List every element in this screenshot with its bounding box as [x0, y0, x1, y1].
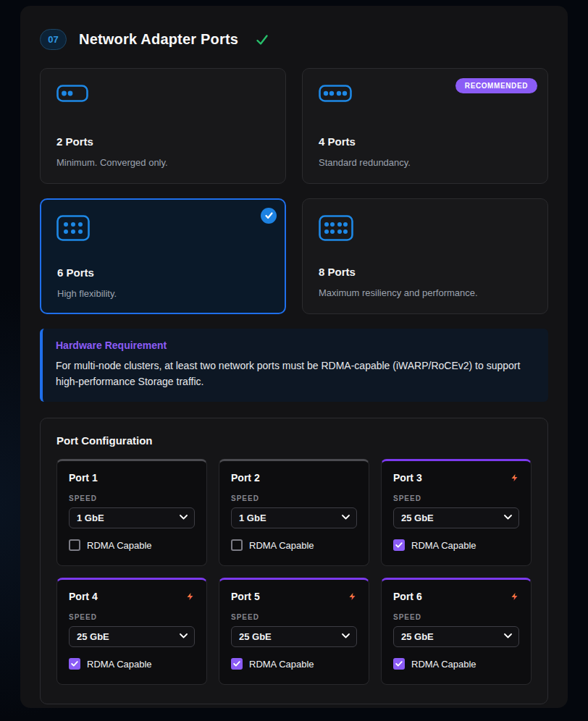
- network-adapter-ports-page: { "header": { "step_number": "07", "titl…: [0, 0, 588, 721]
- step-header: 07 Network Adapter Ports: [40, 29, 548, 50]
- port-3-rdma-checkbox[interactable]: [393, 539, 405, 551]
- port-configuration-grid: Port 1 SPEED 1 GbE RDMA Capable: [56, 459, 532, 685]
- hardware-requirement-title: Hardware Requirement: [56, 340, 535, 351]
- port-card-4: Port 4 SPEED 25 GbE RDMA Capabl: [56, 578, 207, 685]
- option-title: 4 Ports: [319, 135, 356, 148]
- port-configuration-title: Port Configuration: [56, 434, 532, 447]
- port-card-1: Port 1 SPEED 1 GbE RDMA Capable: [56, 459, 207, 566]
- lightning-bolt-icon: [186, 591, 195, 602]
- port-name: Port 3: [393, 472, 422, 484]
- lightning-bolt-icon: [348, 591, 357, 602]
- rdma-capable-label: RDMA Capable: [249, 540, 314, 551]
- port-2-rdma-checkbox[interactable]: [231, 539, 243, 551]
- hardware-requirement-body: For multi-node clusters, at least two ne…: [56, 358, 534, 389]
- option-card-4-ports[interactable]: RECOMMENDED 4 Ports Standard redundancy.: [302, 68, 548, 184]
- rdma-capable-label: RDMA Capable: [87, 540, 152, 551]
- port-name: Port 2: [231, 472, 260, 484]
- speed-label: SPEED: [69, 494, 195, 502]
- speed-label: SPEED: [393, 613, 519, 621]
- port-card-2: Port 2 SPEED 1 GbE RDMA Capable: [219, 459, 369, 566]
- port-count-options: 2 Ports Minimum. Converged only. RECOMME…: [40, 68, 548, 314]
- page-title: Network Adapter Ports: [79, 31, 238, 48]
- option-description: High flexibility.: [57, 288, 117, 299]
- lightning-bolt-icon: [511, 472, 519, 484]
- ports-2-icon: [56, 85, 88, 102]
- option-card-6-ports[interactable]: 6 Ports High flexibility.: [40, 198, 286, 314]
- step-number-badge: 07: [40, 29, 67, 50]
- rdma-capable-label: RDMA Capable: [87, 659, 152, 670]
- port-configuration-section: Port Configuration Port 1 SPEED 1 GbE: [40, 418, 548, 704]
- ports-6-icon: [56, 215, 90, 241]
- option-description: Minimum. Converged only.: [56, 157, 168, 168]
- port-5-speed-select[interactable]: 25 GbE: [231, 626, 357, 647]
- option-title: 2 Ports: [56, 135, 93, 148]
- option-title: 6 Ports: [57, 266, 94, 279]
- lightning-bolt-icon: [511, 591, 519, 602]
- port-card-3: Port 3 SPEED 25 GbE RDMA Capabl: [381, 459, 532, 566]
- speed-label: SPEED: [231, 494, 357, 502]
- port-4-rdma-checkbox-row[interactable]: RDMA Capable: [69, 658, 195, 670]
- port-name: Port 6: [393, 591, 422, 602]
- rdma-capable-label: RDMA Capable: [249, 659, 314, 670]
- port-5-rdma-checkbox-row[interactable]: RDMA Capable: [231, 658, 357, 670]
- option-title: 8 Ports: [319, 266, 356, 278]
- port-card-5: Port 5 SPEED 25 GbE RDMA Capabl: [219, 578, 369, 685]
- hardware-requirement-callout: Hardware Requirement For multi-node clus…: [40, 329, 548, 402]
- speed-label: SPEED: [69, 613, 195, 621]
- port-2-rdma-checkbox-row[interactable]: RDMA Capable: [231, 539, 357, 551]
- port-4-speed-select[interactable]: 25 GbE: [69, 626, 195, 647]
- rdma-capable-label: RDMA Capable: [411, 540, 476, 551]
- option-card-8-ports[interactable]: 8 Ports Maximum resiliency and performan…: [302, 198, 548, 314]
- port-3-rdma-checkbox-row[interactable]: RDMA Capable: [393, 539, 519, 551]
- recommended-badge: RECOMMENDED: [455, 78, 537, 93]
- speed-label: SPEED: [231, 613, 357, 621]
- port-1-speed-select[interactable]: 1 GbE: [69, 507, 195, 528]
- ports-8-icon: [319, 215, 353, 241]
- port-name: Port 5: [231, 591, 260, 602]
- speed-label: SPEED: [393, 494, 519, 502]
- rdma-capable-label: RDMA Capable: [411, 659, 476, 670]
- selected-check-icon: [261, 208, 277, 224]
- ports-4-icon: [319, 85, 352, 102]
- port-1-rdma-checkbox[interactable]: [69, 539, 80, 551]
- wizard-step-panel: 07 Network Adapter Ports 2 Ports Minimum…: [20, 6, 568, 708]
- port-name: Port 1: [69, 472, 98, 484]
- option-description: Standard redundancy.: [319, 157, 411, 168]
- option-card-2-ports[interactable]: 2 Ports Minimum. Converged only.: [40, 68, 286, 184]
- port-6-rdma-checkbox[interactable]: [393, 658, 405, 670]
- port-card-6: Port 6 SPEED 25 GbE RDMA Capabl: [381, 578, 532, 685]
- port-6-rdma-checkbox-row[interactable]: RDMA Capable: [393, 658, 519, 670]
- step-complete-check-icon: [255, 33, 269, 47]
- port-2-speed-select[interactable]: 1 GbE: [231, 507, 357, 528]
- option-description: Maximum resiliency and performance.: [319, 287, 478, 298]
- port-3-speed-select[interactable]: 25 GbE: [393, 507, 519, 528]
- port-name: Port 4: [69, 591, 98, 602]
- port-6-speed-select[interactable]: 25 GbE: [393, 626, 519, 647]
- port-5-rdma-checkbox[interactable]: [231, 658, 243, 670]
- port-1-rdma-checkbox-row[interactable]: RDMA Capable: [69, 539, 195, 551]
- port-4-rdma-checkbox[interactable]: [69, 658, 80, 670]
